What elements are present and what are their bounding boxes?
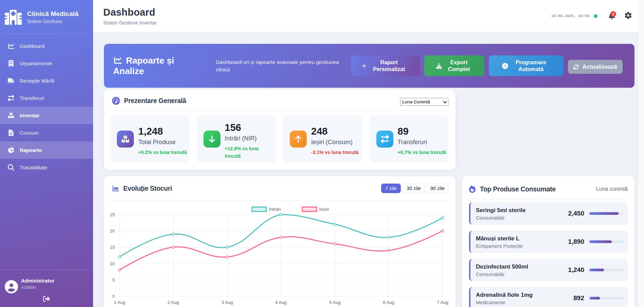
svg-text:4 Aug: 4 Aug — [275, 300, 286, 305]
svg-text:25: 25 — [110, 212, 115, 217]
svg-text:2 Aug: 2 Aug — [167, 300, 179, 305]
svg-text:0: 0 — [112, 294, 115, 299]
svg-text:Intrări: Intrări — [269, 207, 281, 212]
svg-text:20: 20 — [110, 228, 115, 234]
svg-text:3 Aug: 3 Aug — [221, 300, 233, 305]
svg-text:5: 5 — [112, 277, 115, 283]
svg-text:7 Aug: 7 Aug — [437, 300, 448, 305]
svg-text:1 Aug: 1 Aug — [114, 300, 125, 305]
svg-text:5 Aug: 5 Aug — [329, 300, 340, 305]
svg-text:6 Aug: 6 Aug — [383, 300, 394, 305]
svg-text:Ieșiri: Ieșiri — [319, 207, 329, 212]
svg-text:10: 10 — [110, 261, 115, 266]
svg-text:15: 15 — [110, 245, 115, 250]
